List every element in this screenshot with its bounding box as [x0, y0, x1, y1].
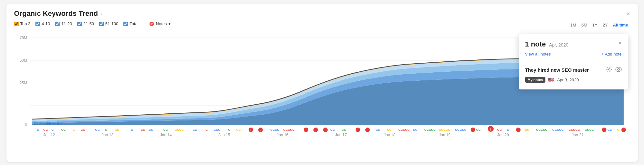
notes-icon	[149, 21, 154, 26]
svg-text:GG: GG	[607, 128, 612, 131]
svg-point-86	[608, 68, 610, 70]
svg-text:GG: GG	[330, 128, 335, 131]
svg-text:GG: GG	[497, 128, 502, 131]
note-card-icons	[606, 67, 622, 74]
svg-text:GG: GG	[387, 128, 391, 131]
note-popup: 1 note Apr, 2020 × View all notes + Add …	[519, 34, 628, 89]
filter-top3[interactable]: Top 3	[14, 21, 31, 26]
chart-close-button[interactable]: ×	[626, 10, 630, 17]
eye-icon	[615, 67, 622, 72]
svg-text:G: G	[37, 128, 39, 131]
svg-text:GG: GG	[95, 128, 100, 131]
controls-divider	[144, 21, 144, 27]
time-range-controls: 1M 6M 1Y 2Y All time	[569, 22, 630, 28]
filter-4-10-checkbox[interactable]	[35, 22, 40, 26]
svg-text:Jan 13: Jan 13	[101, 133, 113, 137]
svg-text:♪: ♪	[259, 129, 261, 132]
svg-point-87	[616, 67, 621, 72]
filter-total-checkbox[interactable]	[123, 22, 128, 26]
flag-icon: 🇺🇸	[548, 77, 554, 83]
svg-text:75M: 75M	[19, 36, 27, 40]
info-icon[interactable]: i	[101, 11, 102, 16]
filter-top3-label: Top 3	[20, 21, 31, 26]
note-popup-close-button[interactable]: ×	[618, 40, 622, 46]
time-btn-2y[interactable]: 2Y	[601, 22, 610, 28]
filter-total-label: Total	[130, 21, 138, 26]
svg-point-47	[313, 128, 318, 132]
svg-text:GG: GG	[149, 128, 153, 131]
svg-text:GGGGG: GGGGG	[398, 128, 409, 131]
filter-11-20-label: 11-20	[61, 21, 72, 26]
filter-21-50-label: 21-50	[83, 21, 94, 26]
svg-text:GG: GG	[524, 128, 529, 131]
svg-text:GG: GG	[236, 128, 241, 131]
chart-controls: Top 3 4-10 11-20 21-50 51-100	[14, 21, 171, 27]
filter-total[interactable]: Total	[123, 21, 138, 26]
svg-text:G: G	[105, 128, 107, 131]
notes-button[interactable]: Notes ▾	[149, 21, 171, 26]
svg-text:GGGGG: GGGGG	[439, 128, 450, 131]
note-card-header: They hired new SEO master	[525, 67, 622, 74]
svg-text:GGGGG: GGGGG	[424, 128, 435, 131]
svg-text:G: G	[617, 128, 619, 131]
note-settings-button[interactable]	[606, 67, 612, 74]
time-btn-6m[interactable]: 6M	[580, 22, 589, 28]
svg-text:Jan 21: Jan 21	[572, 133, 583, 137]
svg-text:50M: 50M	[19, 58, 27, 63]
svg-text:GG: GG	[61, 128, 65, 131]
svg-text:G: G	[507, 128, 509, 131]
time-btn-all[interactable]: All time	[611, 22, 630, 28]
svg-point-72	[602, 128, 606, 132]
filter-11-20[interactable]: 11-20	[55, 21, 72, 26]
note-visibility-button[interactable]	[615, 67, 622, 73]
note-actions-row: View all notes + Add note	[525, 52, 622, 57]
time-btn-1m[interactable]: 1M	[569, 22, 578, 28]
filter-11-20-checkbox[interactable]	[55, 22, 60, 26]
chart-container: Organic Keywords Trend i × Top 3 4-10 11…	[6, 4, 638, 162]
svg-point-66	[516, 128, 520, 132]
svg-text:25M: 25M	[19, 81, 27, 85]
svg-text:GG: GG	[376, 128, 380, 131]
note-meta-date: Apr 3, 2020	[557, 77, 579, 82]
filter-21-50[interactable]: 21-50	[77, 21, 94, 26]
svg-text:GGGGG: GGGGG	[536, 128, 547, 131]
note-card: They hired new SEO master	[525, 62, 622, 83]
svg-point-51	[355, 128, 360, 132]
svg-text:GG: GG	[163, 128, 168, 131]
filter-top3-checkbox[interactable]	[14, 22, 19, 26]
svg-point-52	[365, 128, 370, 132]
svg-text:GG: GG	[43, 128, 48, 131]
time-btn-1y[interactable]: 1Y	[591, 22, 600, 28]
svg-point-46	[303, 128, 308, 132]
svg-text:Jan 18: Jan 18	[384, 133, 396, 137]
svg-text:Jan 16: Jan 16	[277, 133, 289, 137]
note-card-meta: My notes 🇺🇸 Apr 3, 2020	[525, 77, 622, 83]
filter-21-50-checkbox[interactable]	[77, 22, 82, 26]
svg-point-0	[149, 22, 154, 26]
svg-text:GGGG: GGGG	[175, 128, 184, 131]
svg-text:GGG: GGG	[213, 128, 220, 131]
svg-text:GG: GG	[192, 128, 197, 131]
svg-text:G: G	[228, 128, 230, 131]
svg-text:G: G	[72, 128, 75, 131]
svg-text:GG: GG	[114, 128, 119, 131]
filter-51-100-label: 51-100	[105, 21, 118, 26]
svg-text:GG: GG	[81, 128, 85, 131]
filter-4-10[interactable]: 4-10	[35, 21, 50, 26]
view-all-notes-button[interactable]: View all notes	[525, 52, 551, 57]
chart-header: Organic Keywords Trend i ×	[14, 9, 630, 18]
add-note-button[interactable]: + Add note	[601, 52, 622, 57]
svg-text:Jan 14: Jan 14	[160, 133, 172, 137]
my-notes-badge: My notes	[525, 77, 546, 83]
svg-text:Jan 19: Jan 19	[439, 133, 451, 137]
filter-51-100-checkbox[interactable]	[99, 22, 104, 26]
note-popup-header: 1 note Apr, 2020 ×	[525, 40, 622, 48]
svg-text:Jan 12: Jan 12	[43, 133, 55, 137]
filter-51-100[interactable]: 51-100	[99, 21, 118, 26]
chart-title: Organic Keywords Trend i	[14, 9, 102, 18]
svg-text:GG: GG	[341, 128, 346, 131]
svg-text:GGGG: GGGG	[585, 128, 594, 131]
svg-point-75	[621, 128, 626, 132]
note-popup-date: Apr, 2020	[549, 42, 568, 47]
svg-text:Jan 17: Jan 17	[335, 133, 347, 137]
